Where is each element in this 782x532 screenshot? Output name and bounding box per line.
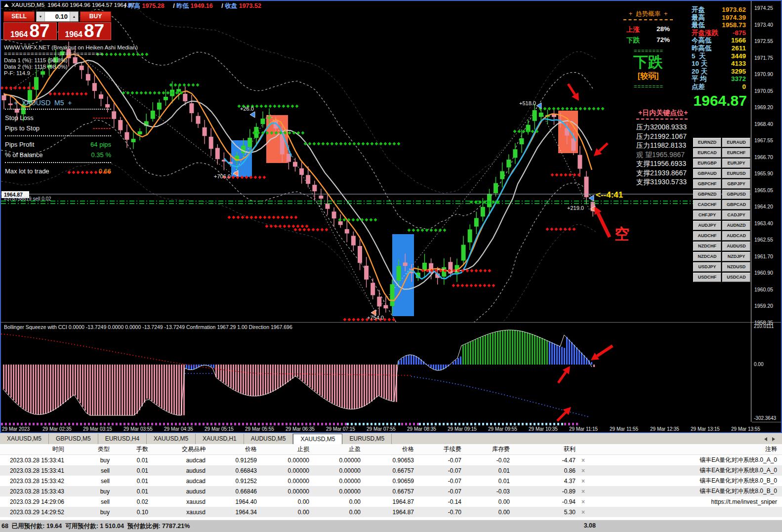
pair-button-audjpy[interactable]: AUDJPY bbox=[693, 221, 721, 230]
pair-button-chfjpy[interactable]: CHFJPY bbox=[693, 210, 721, 220]
tab-scroll-left-icon[interactable] bbox=[764, 437, 767, 441]
table-cell: https://t.me/invest_sniper bbox=[590, 498, 782, 505]
pair-button-gbpusd[interactable]: GBPUSD bbox=[722, 190, 750, 199]
tab-eurusd-h4[interactable]: EURUSD,H4 bbox=[98, 434, 147, 444]
buy-button[interactable]: BUY bbox=[80, 11, 111, 22]
pair-button-audchf[interactable]: AUDCHF bbox=[693, 231, 721, 241]
price-axis-label: 1972.55 bbox=[754, 38, 773, 44]
indicator-pane[interactable] bbox=[1, 322, 751, 422]
table-cell: 0.66846 bbox=[210, 488, 262, 495]
pair-button-usdchf[interactable]: USDCHF bbox=[693, 273, 721, 282]
pair-button-nzdjpy[interactable]: NZDJPY bbox=[722, 252, 750, 261]
table-cell: xauusd bbox=[153, 509, 210, 516]
pair-button-audusd[interactable]: AUDUSD bbox=[722, 242, 750, 251]
session-tick-strip bbox=[1, 422, 752, 426]
tab-xauusd-m5[interactable]: XAUUSD,M5 bbox=[0, 434, 49, 444]
close-order-icon[interactable]: × bbox=[579, 478, 585, 485]
daily-stats-panel: 开盘1973.62最高1974.39最低1958.73开盘涨跌-875今高低15… bbox=[692, 6, 746, 91]
table-row[interactable]: 2023.03.29 14:29:06sell0.02xauusd1964.40… bbox=[0, 496, 782, 507]
table-cell: audusd bbox=[153, 467, 210, 474]
sell-price-box[interactable]: 1964 87 bbox=[3, 22, 57, 40]
time-axis-label: 29 Mar 13:15 bbox=[691, 426, 720, 432]
column-header: 价格 bbox=[210, 445, 262, 453]
pair-button-usdcad[interactable]: USDCAD bbox=[722, 273, 750, 282]
risk-row: Pips to Stop------- bbox=[5, 123, 111, 133]
table-cell: 0.00000 bbox=[314, 467, 366, 474]
table-row[interactable]: 2023.03.28 15:33:41buy0.01audcad0.912590… bbox=[0, 455, 782, 465]
close-order-icon[interactable]: × bbox=[579, 488, 585, 495]
time-axis-label: 29 Mar 03:15 bbox=[83, 426, 112, 432]
pair-button-audnzd[interactable]: AUDNZD bbox=[722, 221, 750, 230]
table-cell: 2023.03.29 14:29:06 bbox=[0, 498, 69, 505]
stats-value: 2611 bbox=[732, 44, 746, 52]
stats-label: 点差 bbox=[692, 83, 705, 91]
close-order-icon[interactable]: × bbox=[579, 509, 585, 516]
slash: / bbox=[173, 2, 174, 9]
table-cell: 4.37× bbox=[515, 478, 590, 485]
price-axis-line bbox=[751, 1, 751, 422]
time-axis[interactable]: 29 Mar 202329 Mar 02:3529 Mar 03:1529 Ma… bbox=[1, 426, 781, 432]
tab-xauusd-m5[interactable]: XAUUSD,M5 bbox=[147, 434, 196, 444]
table-cell: 2023.03.29 14:29:52 bbox=[0, 509, 69, 516]
table-cell: 镶丰EA量化对冲系统8.0_A_0 bbox=[590, 466, 782, 475]
pair-button-eurchf[interactable]: EURCHF bbox=[722, 148, 750, 158]
table-row[interactable]: 2023.03.28 15:33:42sell0.01audcad0.91252… bbox=[0, 476, 782, 486]
table-cell: 1964.40 bbox=[210, 498, 262, 505]
pair-button-nzdchf[interactable]: NZDCHF bbox=[693, 242, 721, 251]
table-cell: 0.91259 bbox=[210, 457, 262, 464]
close-order-icon[interactable]: × bbox=[579, 467, 585, 474]
pair-button-usdjpy[interactable]: USDJPY bbox=[693, 262, 721, 272]
pair-button-nzdcad[interactable]: NZDCAD bbox=[693, 252, 721, 261]
swing-label-219: +219.0 bbox=[567, 205, 584, 211]
price-axis-label: 1969.20 bbox=[754, 104, 773, 110]
buy-price-box[interactable]: 1964 87 bbox=[58, 22, 112, 40]
close-order-icon[interactable]: × bbox=[579, 498, 585, 505]
table-cell: 0.00000 bbox=[262, 488, 314, 495]
tab-scroll-right-icon[interactable] bbox=[772, 437, 775, 441]
pair-button-gbpaud[interactable]: GBPAUD bbox=[693, 169, 721, 178]
pair-button-eurusd[interactable]: EURUSD bbox=[722, 169, 750, 178]
sell-button[interactable]: SELL bbox=[3, 11, 35, 22]
data1-stat: Data 1 (%): 1115 (98.8%) bbox=[4, 57, 138, 64]
table-row[interactable]: 2023.03.28 15:33:41sell0.01audusd0.66843… bbox=[0, 465, 782, 476]
tab-xauusd-h1[interactable]: XAUUSD,H1 bbox=[196, 434, 244, 444]
price-axis-label: 1971.75 bbox=[754, 55, 773, 61]
tab-gbpusd-m5[interactable]: GBPUSD,M5 bbox=[49, 434, 98, 444]
tab-xauusd-m5[interactable]: XAUUSD,M5 bbox=[293, 434, 342, 444]
pair-button-euraud[interactable]: EURAUD bbox=[722, 138, 750, 147]
price-axis-label: 1970.90 bbox=[754, 71, 773, 77]
lot-input[interactable] bbox=[45, 12, 70, 21]
pair-button-eurnzd[interactable]: EURNZD bbox=[693, 138, 721, 147]
pair-button-gbpnzd[interactable]: GBPNZD bbox=[693, 190, 721, 199]
price-axis-label: 1974.25 bbox=[754, 5, 773, 11]
time-axis-label: 29 Mar 11:15 bbox=[569, 426, 598, 432]
lot-increase-icon[interactable]: ▲ bbox=[70, 12, 78, 21]
table-cell: 镶丰EA量化对冲系统8.0_B_0 bbox=[590, 487, 782, 495]
tab-audusd-m5[interactable]: AUDUSD,M5 bbox=[244, 434, 293, 444]
pair-button-cadjpy[interactable]: CADJPY bbox=[722, 210, 750, 220]
system-name: WWW.VMFX.NET (Breakout on Heiken Ashi Me… bbox=[4, 44, 138, 51]
table-cell: 1964.34 bbox=[210, 509, 262, 516]
table-row[interactable]: 2023.03.28 15:33:43buy0.01audusd0.668460… bbox=[0, 486, 782, 496]
key-level-row: 压力21992.1067 bbox=[636, 132, 688, 141]
table-row[interactable]: 2023.03.29 14:29:52buy0.10xauusd1964.340… bbox=[0, 507, 782, 517]
close-order-icon[interactable]: × bbox=[579, 457, 585, 464]
pair-button-audcad[interactable]: AUDCAD bbox=[722, 231, 750, 241]
pair-button-nzdusd[interactable]: NZDUSD bbox=[722, 262, 750, 272]
pane-divider[interactable] bbox=[1, 322, 781, 323]
open-order-label[interactable]: #378758619 sell 0.02 bbox=[4, 196, 51, 202]
pair-button-gbpcad[interactable]: GBPCAD bbox=[722, 200, 750, 209]
pair-button-gbpjpy[interactable]: GBPJPY bbox=[722, 179, 750, 189]
price-axis[interactable]: 1974.251973.401972.551971.751970.901970.… bbox=[752, 1, 782, 422]
pair-button-eurjpy[interactable]: EURJPY bbox=[722, 159, 750, 168]
pair-button-gbpchf[interactable]: GBPCHF bbox=[693, 179, 721, 189]
pair-button-cadchf[interactable]: CADCHF bbox=[693, 200, 721, 209]
trade-terminal-table: 时间类型手数交易品种价格止损止盈价格手续费库存费获利注释2023.03.28 1… bbox=[0, 444, 782, 520]
pair-button-eurcad[interactable]: EURCAD bbox=[693, 148, 721, 158]
risk-panel-title: + XAUUSD M5 + bbox=[5, 99, 111, 107]
tab-eurusd-m5[interactable]: EURUSD,M5 bbox=[342, 434, 392, 444]
pair-button-eurgbp[interactable]: EURGBP bbox=[693, 159, 721, 168]
lot-decrease-icon[interactable]: ▼ bbox=[37, 12, 45, 21]
buy-price-pips: 87 bbox=[84, 24, 104, 39]
table-cell: -0.70 bbox=[419, 509, 466, 516]
